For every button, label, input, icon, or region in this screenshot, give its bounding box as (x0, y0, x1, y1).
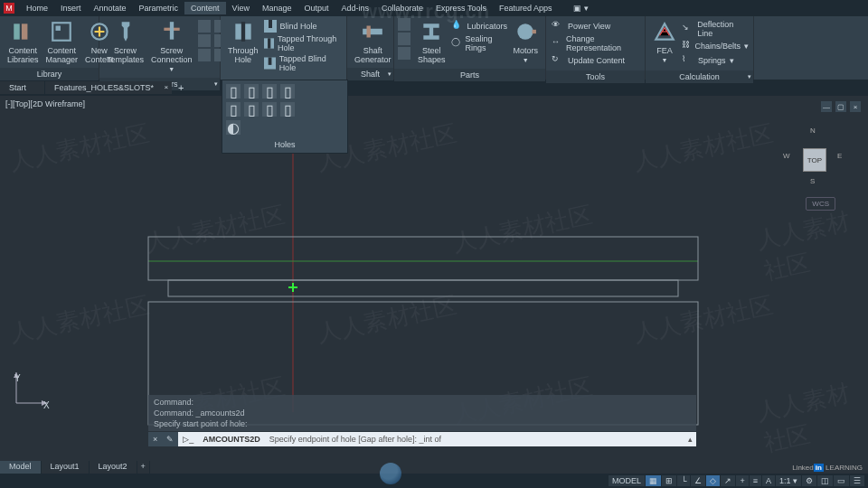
status-model[interactable]: MODEL (609, 475, 645, 486)
hole-variant-3[interactable]: ▯ (262, 84, 277, 99)
btn-change-rep[interactable]: ↔Change Representation (552, 34, 639, 52)
tab-content[interactable]: Content (184, 2, 226, 14)
viewcube-n[interactable]: N (810, 127, 816, 135)
fastener-mini-3[interactable] (198, 49, 211, 61)
axis-x-label: X (43, 400, 50, 410)
cmd-history-toggle[interactable]: ▴ (684, 435, 696, 444)
tab-featured[interactable]: Featured Apps (493, 2, 559, 14)
file-tab-start[interactable]: Start (0, 81, 44, 94)
status-anno-icon[interactable]: A (762, 475, 775, 486)
btn-fea[interactable]: FEA▼ (649, 18, 680, 67)
btn-deflection[interactable]: ↘Deflection Line (682, 20, 749, 38)
status-track-icon[interactable]: ↗ (721, 475, 735, 486)
btn-springs[interactable]: ⌇Springs ▾ (682, 54, 749, 67)
hole-variant-2[interactable]: ▯ (244, 84, 259, 99)
svg-rect-0 (14, 23, 21, 39)
screw-conn-icon (160, 20, 184, 43)
wcs-badge[interactable]: WCS (806, 197, 835, 211)
panel-title-calculation: Calculation▾ (646, 70, 753, 83)
viewcube-s[interactable]: S (810, 177, 815, 185)
file-tab-add[interactable]: + (173, 80, 189, 95)
status-ortho-icon[interactable]: └ (677, 475, 690, 486)
cmd-config-icon[interactable]: ✎ (162, 432, 178, 446)
btn-sealing-rings[interactable]: ◯Sealing Rings (451, 34, 508, 52)
btn-blind-hole[interactable]: Blind Hole (264, 20, 341, 33)
tapped-through-icon (264, 37, 274, 50)
hole-variant-8[interactable]: ▯ (280, 102, 295, 117)
viewcube-face[interactable]: TOP (803, 148, 826, 172)
tab-layout1[interactable]: Layout1 (42, 461, 89, 474)
cmd-input[interactable]: Specify endpoint of hole [Gap after hole… (265, 435, 684, 444)
status-polar-icon[interactable]: ∠ (691, 475, 705, 486)
status-lwt-icon[interactable]: ≡ (750, 475, 761, 486)
status-gear-icon[interactable]: ⚙ (802, 475, 816, 486)
btn-power-view[interactable]: 👁Power View (552, 20, 639, 33)
status-custom-icon[interactable]: ☰ (850, 475, 864, 486)
status-iso-icon[interactable]: ◫ (817, 475, 833, 486)
status-clean-icon[interactable]: ▭ (834, 475, 849, 486)
parts-mini-3[interactable] (398, 47, 410, 60)
hole-variant-1[interactable]: ▯ (226, 84, 241, 99)
tab-view[interactable]: View (226, 2, 256, 14)
svg-rect-17 (533, 30, 536, 33)
status-bar: MODEL ▦ ⊞ └ ∠ ◇ ↗ + ≡ A 1:1 ▾ ⚙ ◫ ▭ ☰ (0, 474, 868, 488)
status-snap-icon[interactable]: ⊞ (662, 475, 676, 486)
viewport-close-icon[interactable]: × (850, 101, 861, 112)
svg-rect-13 (268, 57, 271, 64)
btn-steel-shapes[interactable]: Steel Shapes (414, 18, 449, 66)
chains-icon: ⛓ (682, 40, 691, 52)
tab-add-layout[interactable]: + (137, 461, 149, 474)
tapped-blind-icon (264, 57, 276, 70)
btn-through-hole[interactable]: Through Hole (224, 18, 262, 66)
panel-calculation: FEA▼ ↘Deflection Line ⛓Chains/Belts ▾ ⌇S… (646, 16, 754, 80)
panel-shaft: Shaft Generator Shaft▾ (347, 16, 394, 80)
fea-icon (653, 20, 676, 43)
tab-annotate[interactable]: Annotate (88, 2, 133, 14)
blind-hole-icon (264, 20, 277, 33)
viewport-min-icon[interactable]: — (821, 101, 832, 112)
tab-model[interactable]: Model (0, 461, 41, 474)
fastener-mini-2[interactable] (198, 34, 211, 47)
btn-tapped-through[interactable]: Tapped Through Hole (264, 34, 341, 52)
btn-chains[interactable]: ⛓Chains/Belts ▾ (682, 40, 749, 52)
status-grid-icon[interactable]: ▦ (646, 475, 661, 486)
tab-home[interactable]: Home (20, 2, 54, 14)
hole-variant-5[interactable]: ▯ (226, 102, 241, 117)
btn-screw-connection[interactable]: Screw Connection▼ (147, 18, 196, 76)
through-hole-icon (231, 20, 255, 43)
cmd-close-icon[interactable]: × (148, 432, 162, 446)
command-area: Command: Command: _amcounts2d Specify st… (148, 395, 696, 446)
parts-mini-2[interactable] (398, 33, 410, 45)
btn-content-manager[interactable]: Content Manager (42, 18, 82, 66)
file-tab-current[interactable]: Features_HOLES&SLOTS*× (45, 81, 172, 94)
drawing-canvas[interactable]: [-][Top][2D Wireframe] — ▢ × 人人素材社区 人人素材… (0, 96, 868, 474)
viewport-max-icon[interactable]: ▢ (835, 101, 846, 112)
hole-variant-more[interactable]: ◐ (226, 120, 241, 135)
hole-variant-4[interactable]: ▯ (280, 84, 295, 99)
tab-manage[interactable]: Manage (256, 2, 298, 14)
btn-content-libraries[interactable]: Content Libraries (4, 18, 42, 66)
btn-update-content[interactable]: ↻Update Content (552, 54, 639, 67)
hole-variant-6[interactable]: ▯ (244, 102, 259, 117)
view-label[interactable]: [-][Top][2D Wireframe] (5, 99, 85, 108)
hole-variant-7[interactable]: ▯ (262, 102, 277, 117)
btn-screw-templates[interactable]: Screw Templates (103, 18, 147, 66)
status-scale-icon[interactable]: 1:1 ▾ (776, 475, 801, 486)
tab-parametric[interactable]: Parametric (133, 2, 185, 14)
viewcube-w[interactable]: W (783, 152, 790, 160)
btn-motors[interactable]: Motors▼ (509, 18, 542, 67)
app-icon[interactable]: M (4, 3, 14, 14)
btn-shaft-generator[interactable]: Shaft Generator (351, 18, 395, 66)
btn-tapped-blind[interactable]: Tapped Blind Hole (264, 54, 341, 72)
status-osnap-icon[interactable]: ◇ (706, 475, 720, 486)
close-icon[interactable]: × (164, 83, 168, 91)
fastener-mini-1[interactable] (198, 20, 211, 33)
viewcube[interactable]: N E S W TOP (787, 132, 841, 186)
tab-output[interactable]: Output (298, 2, 335, 14)
command-bar[interactable]: × ✎ ▷_ AMCOUNTS2D Specify endpoint of ho… (148, 432, 696, 446)
status-dyn-icon[interactable]: + (736, 475, 748, 486)
tab-insert[interactable]: Insert (54, 2, 88, 14)
viewcube-e[interactable]: E (837, 152, 842, 160)
tab-overflow[interactable]: ▣ ▾ (567, 2, 595, 14)
tab-layout2[interactable]: Layout2 (90, 461, 137, 474)
